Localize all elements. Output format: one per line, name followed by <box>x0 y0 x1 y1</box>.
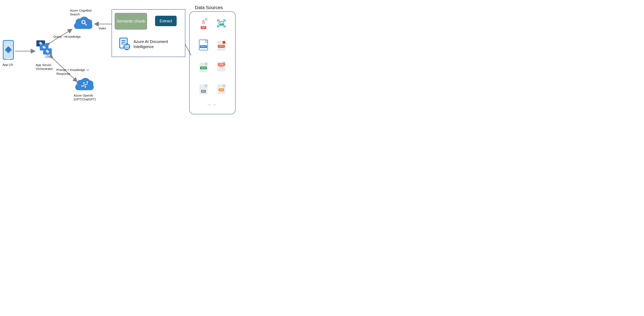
txt-file-icon: TXT <box>217 84 226 95</box>
file-badge: PPTX <box>218 45 224 48</box>
app-server-label: App Server, Orchestrator <box>36 63 53 71</box>
data-sources-panel: PDF DOCX PPTX XLSX <box>189 11 236 114</box>
pdf-file-icon: PDF <box>199 18 208 29</box>
file-badge: HTML <box>218 63 225 66</box>
pptx-file-icon: PPTX <box>217 40 226 51</box>
monitor-icon <box>43 48 52 54</box>
document-intelligence-title: Azure AI Document Intelligence <box>134 39 168 49</box>
cognitive-search-icon <box>74 17 92 29</box>
diagram-canvas: App UX App Server, Orchestrator Azure Co… <box>0 0 238 116</box>
file-badge: XLSX <box>200 66 207 69</box>
svg-point-13 <box>85 86 86 87</box>
extract-chip: Extract <box>155 16 177 26</box>
document-intelligence-icon <box>118 37 131 50</box>
azure-openai-label: Azure OpenAI (GPT/ChatGPT) <box>74 94 96 101</box>
circuit-icon <box>81 81 88 88</box>
azure-openai-icon <box>75 78 94 90</box>
md-file-icon: MD <box>199 84 208 95</box>
semantic-chunk-chip: Semantic chunk <box>115 13 147 29</box>
xlsx-file-icon: XLSX <box>199 62 208 73</box>
data-sources-more: … … <box>208 102 217 106</box>
semantic-chunk-text: Semantic chunk <box>117 19 145 23</box>
document-intelligence-box: Semantic chunk Extract Azure AI Document… <box>112 9 185 57</box>
cognitive-search-label: Azure Cognitive Search <box>70 9 92 16</box>
search-icon <box>81 19 87 26</box>
edge-index: Index <box>99 26 106 30</box>
file-badge: PDF <box>201 26 206 29</box>
extract-text: Extract <box>160 19 172 23</box>
html-file-icon: </> HTML <box>217 61 226 72</box>
file-badge: TXT <box>219 88 224 91</box>
image-file-icon <box>217 18 226 29</box>
data-sources-title: Data Sources <box>195 4 223 10</box>
phone-icon <box>3 40 14 60</box>
edge-prompt-knowledge: Prompt + Knowledge -> Response <box>56 68 89 76</box>
svg-point-11 <box>84 82 84 83</box>
svg-point-27 <box>220 22 221 23</box>
docx-file-icon: DOCX <box>199 39 208 50</box>
file-badge: MD <box>201 90 206 93</box>
app-ux-label: App UX <box>2 63 13 67</box>
app-server-node <box>36 40 55 59</box>
svg-point-16 <box>87 81 88 82</box>
edge-query-knowledge: Query ->Knowledge <box>53 35 80 39</box>
app-ux-node <box>3 40 14 60</box>
file-badge: DOCX <box>200 45 207 48</box>
svg-line-7 <box>85 23 86 25</box>
